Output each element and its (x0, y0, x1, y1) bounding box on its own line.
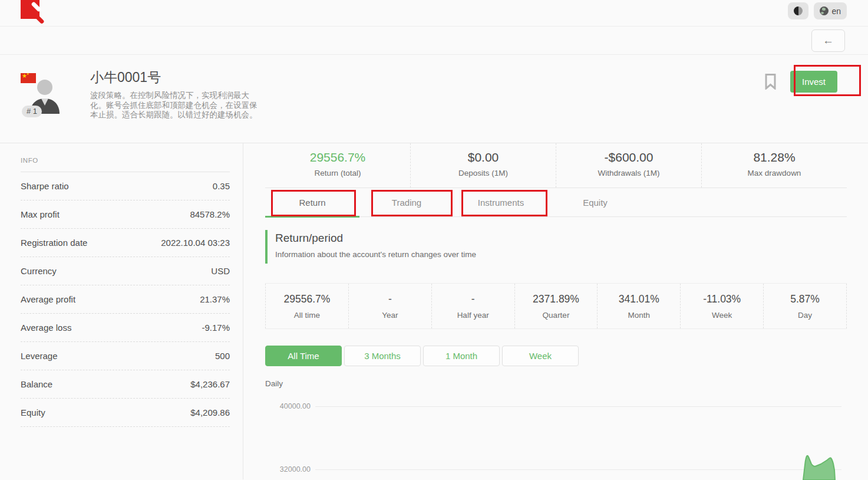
toolbar-row: ← (0, 27, 868, 55)
china-flag-icon: ★ ★ (21, 73, 36, 83)
info-sidebar: INFO Sharpe ratio 0.35 Max profit 84578.… (0, 143, 243, 479)
info-label: Balance (21, 379, 52, 389)
info-label: Sharpe ratio (21, 181, 69, 191)
period-value: - (432, 293, 514, 305)
avatar: ★ ★ # 1 (21, 65, 65, 122)
back-arrow-icon: ← (823, 34, 834, 47)
trader-description: 波段策略。在控制风险情况下，实现利润最大化。账号会抓住底部和顶部建仓机会，在设置… (90, 91, 259, 120)
tab-trading[interactable]: Trading (359, 188, 454, 216)
info-value: 500 (215, 351, 230, 361)
range-button-all-time[interactable]: All Time (265, 346, 342, 366)
tab-return[interactable]: Return (265, 188, 359, 216)
info-label: Max profit (21, 209, 60, 219)
stat-max-drawdown: 81.28% Max drawdown (702, 143, 847, 188)
back-button[interactable]: ← (811, 29, 845, 52)
period-value: 5.87% (764, 293, 846, 305)
period-label: Quarter (515, 311, 598, 320)
info-label: Average profit (21, 294, 75, 304)
top-bar: en (0, 0, 868, 27)
language-label: en (831, 6, 841, 16)
logo-slash-icon (31, 1, 41, 12)
info-row-leverage: Leverage 500 (21, 342, 230, 370)
info-label: Currency (21, 266, 57, 276)
logo-slash-icon (34, 14, 45, 25)
stat-deposits: $0.00 Deposits (1M) (411, 143, 556, 188)
stat-return-total: 29556.7% Return (total) (265, 143, 411, 188)
period-value: -11.03% (681, 293, 763, 305)
section-title: Return/period (275, 232, 847, 245)
profile-text: 小牛0001号 波段策略。在控制风险情况下，实现利润最大化。账号会抓住底部和顶部… (90, 65, 259, 143)
period-label: Half year (432, 311, 514, 320)
stat-label: Deposits (1M) (411, 169, 556, 177)
top-bar-actions: en (788, 2, 847, 19)
globe-icon (820, 6, 829, 15)
info-label: Leverage (21, 351, 58, 361)
info-row-average-profit: Average profit 21.37% (21, 285, 230, 314)
period-week: -11.03% Week (680, 284, 763, 328)
range-button-week[interactable]: Week (502, 346, 579, 366)
info-label: Registration date (21, 238, 87, 248)
info-row-registration-date: Registration date 2022.10.04 03:23 (21, 229, 230, 257)
area-series-spike (800, 453, 837, 480)
range-filter-row: All Time 3 Months 1 Month Week (265, 346, 847, 366)
period-value: 29556.7% (266, 293, 348, 305)
stat-label: Return (total) (265, 169, 410, 177)
info-value: USD (211, 266, 230, 276)
contrast-icon (794, 6, 803, 15)
range-button-1-month[interactable]: 1 Month (423, 346, 500, 366)
info-row-average-loss: Average loss -9.17% (21, 314, 230, 342)
period-value: - (349, 293, 431, 305)
tab-bar: Return Trading Instruments Equity (265, 188, 847, 217)
period-month: 341.01% Month (597, 284, 680, 328)
info-row-sharpe-ratio: Sharpe ratio 0.35 (21, 172, 230, 200)
brand-logo[interactable] (21, 0, 39, 19)
period-label: Week (681, 311, 763, 320)
period-year: - Year (348, 284, 431, 328)
info-value: $4,209.86 (190, 407, 230, 417)
stat-value: -$600.00 (556, 150, 701, 165)
info-row-balance: Balance $4,236.67 (21, 370, 230, 399)
info-panel-title: INFO (21, 152, 230, 172)
stat-label: Max drawdown (702, 169, 847, 177)
bookmark-icon[interactable] (765, 74, 776, 90)
flag-star: ★ (27, 73, 29, 75)
section-subtitle: Information about the account's return c… (275, 250, 847, 259)
language-button[interactable]: en (814, 2, 847, 19)
tab-instruments[interactable]: Instruments (454, 188, 548, 216)
stat-withdrawals: -$600.00 Withdrawals (1M) (556, 143, 702, 188)
info-value: 0.35 (213, 181, 230, 191)
summary-stats-row: 29556.7% Return (total) $0.00 Deposits (… (265, 143, 847, 188)
info-value: $4,236.67 (190, 379, 230, 389)
profile-actions: Invest (765, 71, 837, 93)
info-label: Equity (21, 407, 45, 417)
gridline (315, 469, 841, 470)
range-button-3-months[interactable]: 3 Months (344, 346, 421, 366)
period-value: 341.01% (598, 293, 680, 305)
period-day: 5.87% Day (763, 284, 847, 328)
y-axis-tick: 32000.00 (265, 465, 311, 474)
period-label: Year (349, 311, 431, 320)
invest-button[interactable]: Invest (790, 71, 837, 93)
section-header: Return/period Information about the acco… (265, 230, 847, 264)
stat-value: $0.00 (411, 150, 556, 165)
y-axis-tick: 40000.00 (265, 402, 311, 410)
tab-equity[interactable]: Equity (548, 188, 642, 216)
stat-value: 81.28% (702, 150, 847, 165)
gridline-row: 32000.00 (265, 465, 841, 474)
period-stats-row: 29556.7% All time - Year - Half year 237… (265, 283, 847, 329)
rank-badge: # 1 (22, 106, 42, 117)
content-area: 29556.7% Return (total) $0.00 Deposits (… (243, 143, 868, 479)
period-half-year: - Half year (431, 284, 514, 328)
period-label: Day (764, 311, 846, 320)
gridline (315, 406, 841, 407)
info-row-equity: Equity $4,209.86 (21, 399, 230, 427)
period-label: All time (266, 311, 348, 320)
trader-profile-header: ★ ★ # 1 小牛0001号 波段策略。在控制风险情况下，实现利润最大化。账号… (0, 55, 868, 143)
info-label: Average loss (21, 323, 71, 333)
theme-toggle-button[interactable] (788, 2, 808, 19)
period-label: Month (598, 311, 680, 320)
chart-frequency-label: Daily (265, 379, 847, 388)
period-all-time: 29556.7% All time (265, 284, 348, 328)
trader-name: 小牛0001号 (90, 68, 259, 87)
gridline-row: 40000.00 (265, 402, 841, 410)
